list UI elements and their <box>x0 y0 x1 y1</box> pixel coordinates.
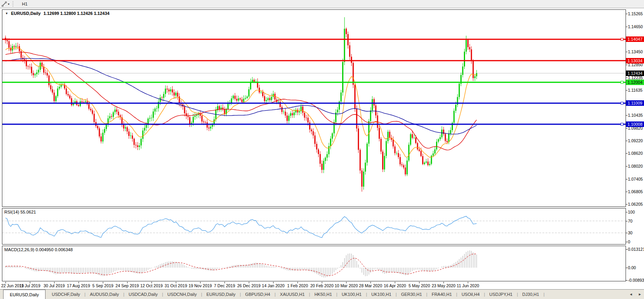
price-tick-label: 1.11635 <box>628 88 642 92</box>
chart-tab-usoil-h4[interactable]: USOil,H4 <box>458 290 483 298</box>
price-badge-1.12434: 1.12434 <box>626 71 644 76</box>
date-tick <box>395 282 395 283</box>
rsi-tick-label: 30 <box>628 230 633 235</box>
chart-tab-fra40-h1[interactable]: FRA40,H1 <box>428 290 456 298</box>
chart-tab-eurusd-daily[interactable]: EURUSD,Daily <box>3 290 46 299</box>
chart-tab-usdcnh-daily[interactable]: USDCNH,Daily <box>164 290 201 298</box>
date-label: 17 Aug 2019 <box>67 283 90 288</box>
rsi-tick <box>626 233 628 233</box>
chart-tab-dj30-h1[interactable]: DJ30,H1 <box>518 290 543 298</box>
chart-tab-bar: EURUSD,DailyUSDCHF,Daily|AUDUSD,Daily|US… <box>0 289 644 299</box>
rsi-tick-label: 100 <box>628 210 635 214</box>
hline-handle[interactable] <box>621 38 623 40</box>
date-label: 14 Jan 2020 <box>262 283 285 288</box>
macd-tick-label: 0.00 <box>628 265 636 270</box>
date-label: 10 Mar 2020 <box>335 283 358 288</box>
candles-layer <box>5 17 478 192</box>
price-tick <box>626 65 628 65</box>
date-label: 19 Nov 2019 <box>188 283 212 288</box>
date-label: 11 Jun 2020 <box>457 283 479 288</box>
rsi-tick-label: 0 <box>628 239 630 244</box>
price-tick <box>626 78 628 78</box>
price-tick-label: 1.08620 <box>628 151 643 156</box>
price-badge-1.11009[interactable]: 1.11009 <box>626 100 644 106</box>
price-tick-label: 1.07405 <box>628 177 643 181</box>
price-chart-panel[interactable]: ▼ EURUSD,Daily 1.12699 1.12800 1.12426 1… <box>2 9 626 207</box>
tab-scroll-left-icon[interactable]: ◄ <box>629 292 633 296</box>
rsi-tick <box>626 212 628 212</box>
chart-tab-usdcad-daily[interactable]: USDCAD,Daily <box>125 290 162 298</box>
date-tick <box>127 282 128 283</box>
date-tick <box>103 282 103 283</box>
price-badge-1.13034[interactable]: 1.13034 <box>626 58 644 63</box>
price-tick <box>626 14 628 14</box>
date-label: 24 Sep 2019 <box>115 283 139 288</box>
macd-panel[interactable]: MACD(12,26,9) 0.004950 0.006348 <box>2 246 626 281</box>
date-tick <box>346 282 347 283</box>
hline-handle[interactable] <box>621 102 623 104</box>
macd-tick <box>626 268 628 268</box>
price-tick-label: 1.09220 <box>628 138 643 143</box>
chart-tab-usdchf-daily[interactable]: USDCHF,Daily <box>48 290 84 298</box>
price-tick <box>626 52 628 52</box>
hline-handle[interactable] <box>621 123 623 125</box>
price-tick-label: 1.13450 <box>628 49 643 54</box>
tab-scroll-arrows: ◄ ► <box>629 292 642 296</box>
collapse-arrow-icon[interactable]: ▼ <box>5 12 8 15</box>
price-tick <box>626 115 628 116</box>
rsi-panel[interactable]: RSI(14) 55.0621 <box>2 208 626 245</box>
date-tick <box>273 282 274 283</box>
hline-handle[interactable] <box>621 81 623 83</box>
chart-tab-xauusd-h1[interactable]: XAUUSD,H1 <box>276 290 308 298</box>
macd-histogram <box>5 250 477 277</box>
trading-terminal-window: ▾ M1M5M15M30H1H4D1W1MN ▼ EURUSD,Daily 1.… <box>0 0 644 299</box>
date-tick <box>151 282 152 283</box>
price-tick <box>626 90 628 91</box>
date-tick <box>78 282 79 283</box>
line-tools-icon[interactable] <box>1 1 7 7</box>
date-tick <box>30 282 30 283</box>
price-chart-canvas[interactable] <box>2 10 626 207</box>
macd-tick-label: 0.013121 <box>628 247 644 252</box>
timeframe-button-h1[interactable]: H1 <box>18 0 34 7</box>
price-tick-label: 1.10435 <box>628 113 643 118</box>
date-label: 5 May 2020 <box>409 283 430 288</box>
date-label: 30 Jul 2019 <box>44 283 65 288</box>
price-badge-1.10008[interactable]: 1.10008 <box>626 121 644 127</box>
date-tick <box>322 282 322 283</box>
macd-label: MACD(12,26,9) 0.004950 0.006348 <box>4 247 73 252</box>
price-tick-label: 1.06805 <box>628 189 643 194</box>
price-badge-1.14047[interactable]: 1.14047 <box>626 36 644 42</box>
macd-canvas[interactable] <box>2 246 626 281</box>
dropdown-arrow-icon[interactable]: ▾ <box>7 2 11 6</box>
toolbar: ▾ M1M5M15M30H1H4D1W1MN <box>0 0 644 8</box>
chart-tab-usdjpy-h1[interactable]: USDJPY,H1 <box>485 290 516 298</box>
chart-tab-audusd-daily[interactable]: AUDUSD,Daily <box>86 290 123 298</box>
date-label: 5 Sep 2019 <box>92 283 113 288</box>
date-tick <box>419 282 420 283</box>
chart-tab-hk50-h1[interactable]: HK50,H1 <box>310 290 336 298</box>
date-label: 26 Dec 2019 <box>237 283 261 288</box>
chart-tab-eurusd-daily[interactable]: EURUSD,Daily <box>203 290 239 298</box>
date-tick <box>224 282 225 283</box>
rsi-line <box>5 216 477 238</box>
chart-tab-ger30-h1[interactable]: GER30,H1 <box>397 290 426 298</box>
chart-tab-uk100-h1[interactable]: UK100,H1 <box>367 290 395 298</box>
price-badge-1.12004[interactable]: 1.12004 <box>626 80 644 85</box>
rsi-canvas[interactable] <box>2 208 626 244</box>
date-label: 28 Mar 2020 <box>359 283 382 288</box>
chart-tab-uk100-h1[interactable]: UK100,H1 <box>338 290 366 298</box>
price-tick-label: 1.14650 <box>628 24 643 29</box>
toolbar-grip[interactable] <box>13 1 15 7</box>
date-label: 22 Jun 2019 <box>1 283 24 288</box>
date-label: 31 Oct 2019 <box>165 283 187 288</box>
chart-tab-gbpusd-h4[interactable]: GBPUSD,H4 <box>241 290 274 298</box>
date-label: 12 Oct 2019 <box>140 283 163 288</box>
date-tick <box>176 282 176 283</box>
date-label: 7 Dec 2019 <box>214 283 235 288</box>
date-tick <box>443 282 444 283</box>
price-tick <box>626 27 628 27</box>
ma-slow-line <box>5 58 477 134</box>
date-tick <box>468 282 468 283</box>
tab-scroll-right-icon[interactable]: ► <box>638 292 642 296</box>
